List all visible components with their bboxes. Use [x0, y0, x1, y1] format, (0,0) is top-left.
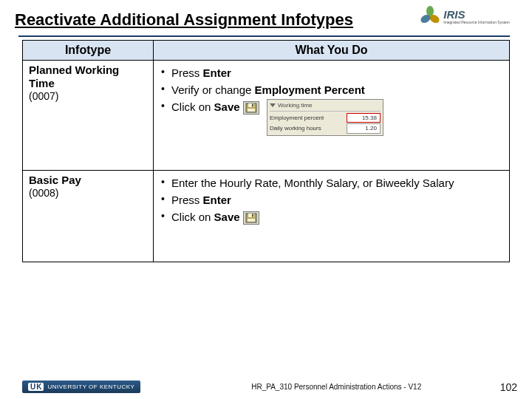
uk-logo-text: UNIVERSITY OF KENTUCKY	[47, 383, 134, 390]
table-row: Basic Pay (0008) Enter the Hourly Rate, …	[23, 171, 510, 262]
footer-center-text: HR_PA_310 Personnel Administration Actio…	[140, 383, 532, 391]
infotype-code: (0007)	[29, 90, 147, 102]
list-item: Press Enter	[160, 65, 503, 81]
svg-rect-8	[252, 214, 253, 217]
infotype-name: Basic Pay	[29, 174, 147, 187]
save-icon	[243, 101, 259, 115]
infotype-code: (0008)	[29, 187, 147, 199]
infotype-name: Planned Working Time	[29, 64, 147, 90]
list-item: Click on Save Working time	[160, 99, 503, 136]
list-item: Enter the Hourly Rate, Monthly Salary, o…	[160, 175, 503, 191]
th-whatyoudo: What You Do	[154, 41, 510, 61]
list-item: Verify or change Employment Percent	[160, 82, 503, 98]
save-icon	[243, 211, 259, 225]
th-infotype: Infotype	[23, 41, 154, 61]
mini-label: Daily working hours	[270, 124, 321, 132]
mini-label: Employment percent	[270, 114, 324, 122]
title-underline	[18, 35, 510, 37]
iris-logo: IRIS Integrated Resource Information Sys…	[420, 6, 510, 27]
save-text: Click on Save	[171, 100, 240, 113]
iris-flower-icon	[420, 6, 440, 27]
save-text: Click on Save	[171, 211, 240, 223]
svg-rect-9	[248, 219, 255, 222]
table-row: Planned Working Time (0007) Press Enter …	[23, 61, 510, 171]
list-item: Click on Save	[160, 209, 503, 225]
page-number: 102	[500, 381, 517, 393]
mini-value: 1.20	[347, 123, 381, 133]
mini-header: Working time	[278, 101, 313, 109]
action-list: Enter the Hourly Rate, Monthly Salary, o…	[160, 175, 503, 225]
list-item: Press Enter	[160, 192, 503, 208]
action-list: Press Enter Verify or change Employment …	[160, 65, 503, 136]
triangle-icon	[270, 103, 276, 107]
iris-logo-sub: Integrated Resource Information System	[443, 21, 510, 24]
svg-rect-4	[248, 109, 255, 112]
working-time-screenshot: Working time Employment percent15.38 Dai…	[267, 99, 383, 136]
infotype-table: Infotype What You Do Planned Working Tim…	[22, 40, 510, 262]
mini-value: 15.38	[347, 113, 381, 123]
iris-logo-text: IRIS	[443, 8, 510, 21]
uk-logo: UK UNIVERSITY OF KENTUCKY	[22, 381, 140, 393]
footer: UK UNIVERSITY OF KENTUCKY HR_PA_310 Pers…	[0, 381, 532, 393]
svg-rect-3	[252, 104, 253, 107]
uk-box-icon: UK	[28, 383, 44, 391]
